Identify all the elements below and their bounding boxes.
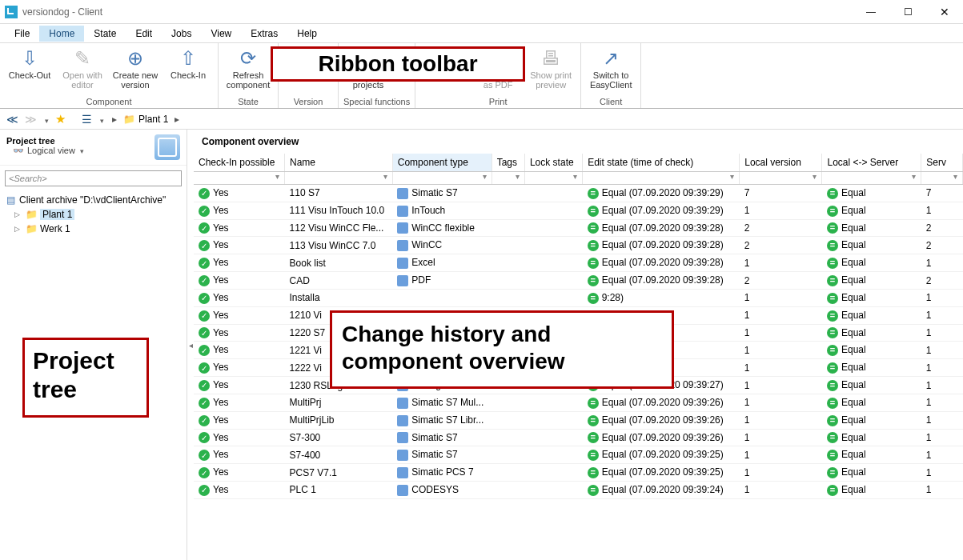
content-title: Component overview [194,130,963,154]
table-row[interactable]: YesBook listExcelEqual (07.09.2020 09:39… [194,254,963,272]
table-cell: Equal [822,237,921,254]
table-cell: Equal (07.09.2020 09:39:29) [583,202,740,219]
table-cell: Equal [822,254,921,272]
table-cell [524,464,582,482]
col-header[interactable]: Local <-> Server [822,154,921,172]
ok-icon [199,188,210,199]
col-header[interactable]: Edit state (time of check) [583,154,740,172]
sidebar: Project tree 👓 Logical view <Search> ▤ C… [0,130,187,560]
component-type-icon [397,222,408,234]
nav-history-dropdown[interactable] [42,113,50,126]
menu-item-home[interactable]: Home [39,26,84,42]
equal-icon [827,258,838,269]
menu-item-file[interactable]: File [5,26,39,42]
table-cell [392,289,492,306]
glasses-icon: 👓 [13,146,24,156]
table-row[interactable]: YesMultiPrjLibSimatic S7 Libr...Equal (0… [194,411,963,429]
ok-icon [199,327,210,338]
breadcrumb-bar: ≪ ≫ ★ ☰ ▸ 📁 Plant 1 ▸ [0,109,963,130]
table-row[interactable]: YesS7-400Simatic S7Equal (07.09.2020 09:… [194,446,963,464]
equal-icon [827,222,838,234]
create-new-icon: ⊕ [122,46,149,70]
col-filter[interactable]: ▾ [822,172,921,185]
table-cell: 1 [740,254,822,272]
ok-icon [199,222,210,234]
table-row[interactable]: YesPCS7 V7.1Simatic PCS 7Equal (07.09.20… [194,464,963,482]
col-filter[interactable]: ▾ [392,172,492,185]
ribbon-group-state: ⟳Refresh componentState [219,43,279,108]
col-header[interactable]: Lock state [524,154,582,172]
component-type-icon [397,188,408,199]
ribbon-btn-refresh[interactable]: ⟳Refresh component [223,45,273,91]
table-row[interactable]: Yes112 Visu WinCC Fle...WinCC flexibleEq… [194,219,963,237]
col-header[interactable]: Tags [492,154,524,172]
col-header[interactable]: Check-In possible [194,154,285,172]
table-row[interactable]: Yes111 Visu InTouch 10.0InTouchEqual (07… [194,202,963,219]
chevron-right-icon[interactable]: ▸ [171,114,183,125]
table-row[interactable]: Yes110 S7Simatic S7Equal (07.09.2020 09:… [194,185,963,202]
col-filter[interactable]: ▾ [492,172,524,185]
col-filter[interactable]: ▾ [285,172,393,185]
table-cell: Equal [822,272,921,290]
table-row[interactable]: YesS7-300Simatic S7Equal (07.09.2020 09:… [194,429,963,446]
ribbon-group-label: Version [283,96,333,108]
col-filter[interactable]: ▾ [740,172,822,185]
col-filter[interactable]: ▾ [524,172,582,185]
table-cell: 2 [921,272,963,290]
table-row[interactable]: YesMultiPrjSimatic S7 Mul...Equal (07.09… [194,394,963,411]
minimize-button[interactable] [853,0,889,24]
col-header[interactable]: Component type [392,154,492,172]
menu-item-jobs[interactable]: Jobs [162,26,201,42]
equal-icon [588,467,599,478]
view-list-dropdown[interactable] [97,113,106,126]
breadcrumb-item[interactable]: Plant 1 [138,114,168,125]
maximize-button[interactable] [889,0,926,24]
nav-forward-icon[interactable]: ≫ [23,113,38,126]
col-filter[interactable]: ▾ [921,172,963,185]
equal-icon [588,398,599,409]
menu-item-view[interactable]: View [201,26,241,42]
tree-item[interactable]: ▷📁Werk 1 [3,222,183,236]
component-type-icon [397,485,408,496]
ribbon-btn-check-in[interactable]: ⇧Check-In [163,45,213,82]
col-header[interactable]: Name [285,154,393,172]
tree-item[interactable]: ▷📁Plant 1 [3,207,183,222]
table-row[interactable]: YesCADPDFEqual (07.09.2020 09:39:28)2Equ… [194,272,963,290]
splitter-handle[interactable]: ◂ [187,130,194,560]
menu-item-edit[interactable]: Edit [126,26,162,42]
ribbon-btn-check-out[interactable]: ⇩Check-Out [5,45,54,82]
close-button[interactable] [926,0,963,24]
ribbon-btn-switch-to[interactable]: ↗Switch to EasyClient [586,45,636,91]
table-cell: 1 [921,202,963,219]
component-type-icon [397,415,408,426]
table-cell: 1 [740,306,822,324]
table-row[interactable]: Yes113 Visu WinCC 7.0WinCCEqual (07.09.2… [194,237,963,254]
ribbon-btn-create-new[interactable]: ⊕Create new version [110,45,160,91]
twisty-icon[interactable]: ▷ [14,210,22,218]
menu-item-extras[interactable]: Extras [241,26,287,42]
col-filter[interactable]: ▾ [194,172,285,185]
table-cell [524,254,582,272]
col-header[interactable]: Serv [921,154,963,172]
search-input[interactable]: <Search> [5,170,182,186]
table-cell: MultiPrjLib [285,411,393,429]
server-icon[interactable] [154,134,180,160]
view-list-icon[interactable]: ☰ [80,113,94,126]
table-row[interactable]: YesInstalla9:28)1Equal1 [194,289,963,306]
archive-icon: ▤ [5,194,16,206]
favorite-icon[interactable]: ★ [54,112,67,126]
nav-back-icon[interactable]: ≪ [5,113,20,126]
col-header[interactable]: Local version [740,154,822,172]
col-filter[interactable]: ▾ [583,172,740,185]
table-row[interactable]: YesPLC 1CODESYSEqual (07.09.2020 09:39:2… [194,482,963,499]
tree-archive-row[interactable]: ▤ Client archive "D:\vdClientArchive" [3,193,183,207]
table-cell: Yes [194,394,285,411]
show-print-icon: 🖶 [537,46,564,70]
ribbon-group-label: Client [586,96,636,108]
twisty-icon[interactable]: ▷ [14,225,22,233]
menu-item-help[interactable]: Help [287,26,327,42]
tree-title: Project tree [6,136,150,146]
menu-item-state[interactable]: State [84,26,126,42]
table-cell: 9:28) [583,289,740,306]
tree-view-mode[interactable]: 👓 Logical view [6,146,150,159]
